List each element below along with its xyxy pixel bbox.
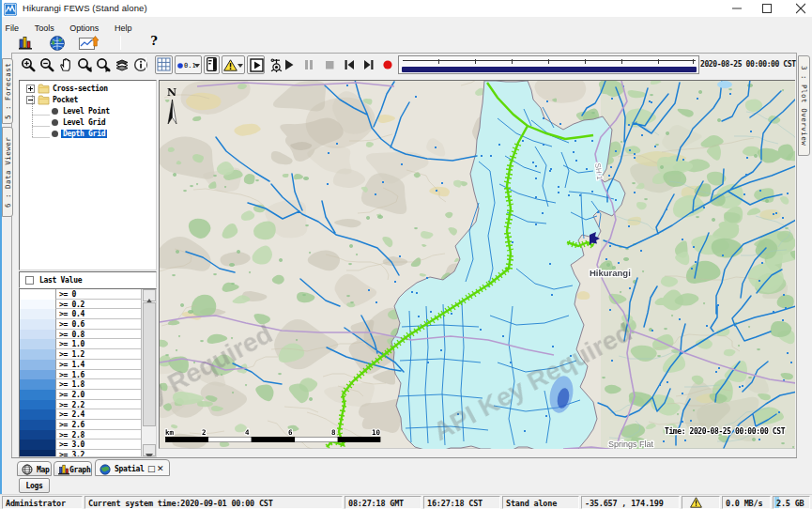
stop-button[interactable] xyxy=(322,57,338,73)
layer-tree: Cross-section Pocket Level Point Level G… xyxy=(19,80,157,270)
legend-row[interactable]: >= 3.0 xyxy=(20,440,141,450)
legend-row[interactable]: >= 2.2 xyxy=(20,400,141,410)
status-user: Administrator xyxy=(2,496,83,509)
animate-button[interactable] xyxy=(247,55,265,74)
legend-swatch xyxy=(20,420,55,430)
zoom-previous-button[interactable] xyxy=(77,57,93,73)
legend-label: >= 1.8 xyxy=(55,379,141,390)
measure-tool-button[interactable] xyxy=(268,57,284,73)
pause-button[interactable] xyxy=(301,57,317,73)
close-button[interactable] xyxy=(787,0,812,17)
spatial-display-button[interactable] xyxy=(49,35,66,52)
status-text: Current system time:2020-09-01 00:00 CST xyxy=(88,499,273,508)
legend-row[interactable]: >= 0 xyxy=(20,289,141,300)
layers-button[interactable] xyxy=(115,57,130,73)
legend-row[interactable]: >= 2.4 xyxy=(20,409,141,420)
tab-map[interactable]: Map xyxy=(17,461,52,476)
zoom-next-button[interactable] xyxy=(96,57,112,73)
scroll-thumb[interactable] xyxy=(143,302,156,426)
tab-close-icon[interactable]: ✕ xyxy=(157,464,163,473)
status-text: Stand alone xyxy=(506,499,557,508)
pan-button[interactable] xyxy=(58,57,74,73)
minimize-button[interactable] xyxy=(723,0,751,17)
last-step-button[interactable] xyxy=(361,57,377,73)
scroll-down-button[interactable] xyxy=(143,444,156,456)
legend-swatch xyxy=(20,450,55,457)
legend-row[interactable]: >= 1.4 xyxy=(20,360,141,370)
legend-swatch xyxy=(20,319,55,330)
legend-swatch xyxy=(20,339,55,349)
zoom-out-button[interactable] xyxy=(39,57,55,73)
info-button[interactable] xyxy=(133,57,149,73)
legend-swatch xyxy=(20,390,55,400)
tab-label: Spatial xyxy=(115,465,145,473)
menu-options[interactable]: Options xyxy=(67,21,102,33)
last-value-checkbox[interactable] xyxy=(25,276,34,285)
tab-spatial[interactable]: Spatial □ ✕ xyxy=(95,459,170,476)
legend-row[interactable]: >= 1.6 xyxy=(20,370,141,380)
legend-scrollbar[interactable] xyxy=(141,289,156,456)
slider-availability-bar[interactable] xyxy=(402,67,697,72)
legend-row[interactable]: >= 1.0 xyxy=(20,339,141,349)
map-viewport[interactable]: API Key Required API Key Required N Hiku… xyxy=(159,80,795,449)
legend-label: >= 2.4 xyxy=(55,409,141,420)
legend-row[interactable]: >= 2.8 xyxy=(20,430,141,440)
svg-text:8: 8 xyxy=(331,428,336,437)
scroll-up-button[interactable] xyxy=(143,289,156,301)
tab-maximize-icon[interactable]: □ xyxy=(147,464,155,473)
status-text: 08:27:18 GMT xyxy=(348,499,404,508)
legend-row[interactable]: >= 0.6 xyxy=(20,319,141,330)
legend-label: >= 2.6 xyxy=(55,420,141,430)
menu-bar: File Tools Options Help xyxy=(0,17,812,33)
legend-panel-button[interactable] xyxy=(204,55,220,74)
legend-swatch xyxy=(20,400,55,410)
label-springs-flat: Springs Flat xyxy=(608,440,654,449)
grid-display-button[interactable] xyxy=(155,55,173,74)
import-status-button[interactable] xyxy=(79,35,96,52)
map-time-label: Time: 2020-08-25 00:00:00 CST xyxy=(665,426,786,436)
logs-button[interactable]: Logs xyxy=(19,478,50,493)
legend-swatch xyxy=(20,370,55,380)
tab-data-viewer[interactable]: 6 : Data Viewer xyxy=(2,127,13,217)
help-button[interactable]: ? xyxy=(146,34,161,48)
menu-help[interactable]: Help xyxy=(111,21,135,33)
legend-label: >= 2.2 xyxy=(55,400,141,410)
legend-swatch xyxy=(20,440,55,450)
application-window: Hikurangi FEWS (Stand alone) File Tools … xyxy=(0,0,812,509)
legend-row[interactable]: >= 0.2 xyxy=(20,300,141,310)
menu-tools[interactable]: Tools xyxy=(31,21,57,33)
svg-text:6: 6 xyxy=(288,428,293,437)
legend-swatch xyxy=(20,309,55,319)
maximize-button[interactable] xyxy=(753,0,781,17)
legend-label: >= 2.0 xyxy=(55,390,141,400)
legend-row[interactable]: >= 2.0 xyxy=(20,390,141,400)
legend-row[interactable]: >= 0.8 xyxy=(20,330,141,340)
time-series-dialog-button[interactable] xyxy=(17,35,34,52)
legend-label: >= 1.0 xyxy=(55,339,141,349)
classification-threshold-dropdown[interactable]: 0.1 xyxy=(175,55,202,74)
legend-row[interactable]: >= 2.6 xyxy=(20,420,141,430)
tab-graph[interactable]: Graph xyxy=(54,461,92,476)
toolbar-separator xyxy=(146,57,146,71)
legend-swatch xyxy=(20,330,55,340)
tab-plot-overview[interactable]: 3 : Plot Overview xyxy=(798,55,810,156)
legend-row[interactable]: >= 0.4 xyxy=(20,309,141,319)
menu-file[interactable]: File xyxy=(2,21,23,33)
slider-rail xyxy=(403,60,696,61)
first-step-button[interactable] xyxy=(342,57,358,73)
north-arrow: N xyxy=(167,86,176,124)
time-slider[interactable] xyxy=(398,55,699,74)
legend-row[interactable]: >= 1.2 xyxy=(20,349,141,360)
legend-swatch xyxy=(20,379,55,390)
zoom-in-button[interactable] xyxy=(21,57,37,73)
globe-icon xyxy=(100,464,111,477)
record-button[interactable] xyxy=(380,57,396,73)
tab-forecast[interactable]: 5 : Forecast xyxy=(2,58,13,124)
legend-row[interactable]: >= 1.8 xyxy=(20,379,141,390)
legend-swatch xyxy=(20,349,55,360)
legend-swatch xyxy=(20,300,55,310)
legend-swatch xyxy=(20,409,55,420)
legend-row[interactable]: >= 3.2 xyxy=(20,450,141,457)
warnings-dropdown[interactable] xyxy=(222,55,245,74)
legend-label: >= 1.6 xyxy=(55,370,141,380)
